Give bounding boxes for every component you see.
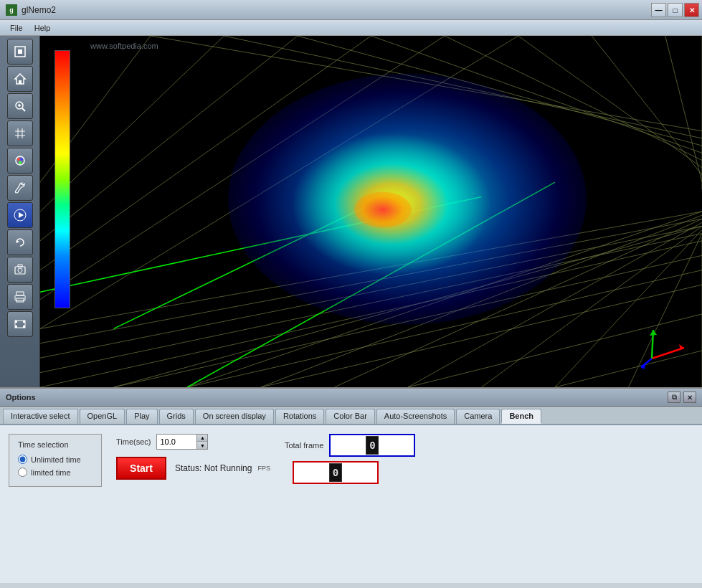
- bench-panel: Time selection Unlimited time limited ti…: [9, 434, 693, 487]
- svg-marker-21: [18, 265, 22, 267]
- viewport-color-bar: [54, 50, 70, 308]
- options-header: Options ⧉ ✕: [0, 389, 702, 407]
- svg-rect-27: [15, 326, 17, 328]
- options-panel: Options ⧉ ✕ Interactive select OpenGL Pl…: [0, 387, 702, 588]
- svg-line-55: [592, 36, 702, 175]
- close-button[interactable]: ✕: [684, 3, 699, 17]
- limited-label: limited time: [31, 468, 71, 477]
- viewport-container: www.softpedia.com: [0, 36, 702, 387]
- tab-bench[interactable]: Bench: [501, 409, 541, 424]
- time-selection-group: Time selection Unlimited time limited ti…: [9, 434, 102, 487]
- tab-grids[interactable]: Grids: [159, 409, 194, 424]
- time-spinners: ▲ ▼: [196, 435, 207, 449]
- svg-point-14: [20, 158, 23, 161]
- tab-auto-screenshots[interactable]: Auto-Screenshots: [376, 409, 455, 424]
- toolbar-print[interactable]: [7, 284, 33, 310]
- tab-play[interactable]: Play: [126, 409, 157, 424]
- fps-frame-counter: 0: [293, 461, 379, 484]
- tab-rotations[interactable]: Rotations: [275, 409, 324, 424]
- total-frame-label: Total frame: [285, 441, 323, 450]
- total-frame-display: 0: [366, 436, 379, 455]
- svg-marker-18: [16, 240, 19, 243]
- tab-camera[interactable]: Camera: [456, 409, 500, 424]
- limited-radio[interactable]: [18, 468, 27, 477]
- status-label: Status: Not Running: [175, 463, 252, 473]
- svg-line-5: [22, 108, 25, 111]
- window-controls: — □ ✕: [651, 3, 699, 17]
- fps-counter-row: 0: [285, 461, 415, 484]
- tabs-bar: Interactive select OpenGL Play Grids On …: [0, 407, 702, 425]
- toolbar-grid[interactable]: [7, 120, 33, 146]
- toolbar-film[interactable]: [7, 311, 33, 337]
- window-title: glNemo2: [22, 5, 56, 15]
- menu-file[interactable]: File: [4, 22, 29, 34]
- toolbar-wrench[interactable]: [7, 175, 33, 201]
- app-icon: g: [6, 4, 17, 16]
- svg-rect-28: [23, 321, 25, 323]
- toolbar-home[interactable]: [7, 66, 33, 92]
- minimize-button[interactable]: —: [651, 3, 666, 17]
- svg-rect-3: [19, 80, 22, 84]
- unlimited-radio[interactable]: [18, 455, 27, 464]
- toolbar-select[interactable]: [7, 39, 33, 65]
- svg-line-71: [641, 359, 652, 367]
- status-row: Status: Not Running FPS: [175, 463, 270, 473]
- status-group: Status: Not Running FPS: [175, 463, 270, 473]
- tab-on-screen-display[interactable]: On screen display: [195, 409, 274, 424]
- tab-interactive-select[interactable]: Interactive select: [3, 409, 78, 424]
- fps-frame-display: 0: [329, 463, 342, 482]
- fps-counter-label: [285, 468, 287, 477]
- toolbar-refresh[interactable]: [7, 229, 33, 255]
- svg-point-20: [18, 268, 22, 272]
- total-frame-row: Total frame 0: [285, 434, 415, 457]
- axes-indicator: [637, 323, 680, 366]
- start-button[interactable]: Start: [116, 457, 166, 480]
- svg-point-13: [17, 158, 20, 161]
- svg-marker-17: [19, 212, 24, 218]
- svg-point-15: [19, 161, 22, 164]
- svg-rect-22: [16, 292, 24, 295]
- viewport-3d[interactable]: www.softpedia.com: [40, 36, 702, 387]
- tab-color-bar[interactable]: Color Bar: [326, 409, 374, 424]
- options-title: Options: [6, 393, 36, 402]
- radio-unlimited: Unlimited time: [18, 455, 93, 464]
- time-sec-input[interactable]: [157, 435, 196, 449]
- svg-rect-26: [15, 321, 17, 323]
- time-sec-group: Time(sec) ▲ ▼ Start: [116, 434, 270, 480]
- radio-limited: limited time: [18, 468, 93, 477]
- title-bar: g glNemo2 — □ ✕: [0, 0, 702, 20]
- time-sec-label: Time(sec): [116, 437, 151, 446]
- bench-content: Time selection Unlimited time limited ti…: [0, 425, 702, 583]
- toolbar-zoom[interactable]: [7, 93, 33, 119]
- svg-rect-1: [18, 49, 22, 54]
- svg-line-67: [652, 348, 684, 359]
- time-selection-title: Time selection: [18, 440, 93, 449]
- tab-opengl[interactable]: OpenGL: [80, 409, 125, 424]
- time-spin-up[interactable]: ▲: [197, 435, 207, 442]
- unlimited-label: Unlimited time: [31, 455, 81, 464]
- toolbar-camera-snap[interactable]: [7, 257, 33, 283]
- fps-digit-0: 0: [329, 463, 342, 482]
- menu-help[interactable]: Help: [29, 22, 57, 34]
- toolbar-palette[interactable]: [7, 148, 33, 174]
- options-header-controls: ⧉ ✕: [668, 392, 696, 403]
- frame-counters-section: Total frame 0 0: [285, 434, 415, 484]
- time-spin-down[interactable]: ▼: [197, 442, 207, 449]
- time-input-container: ▲ ▼: [156, 434, 208, 450]
- svg-line-56: [665, 36, 702, 182]
- menu-bar: File Help: [0, 20, 702, 36]
- options-restore-btn[interactable]: ⧉: [668, 392, 680, 403]
- toolbar-play[interactable]: [7, 202, 33, 228]
- digit-0: 0: [366, 436, 379, 455]
- main-window: www.softpedia.com: [0, 36, 702, 588]
- svg-rect-29: [23, 326, 25, 328]
- glow-effect-core: [354, 192, 412, 228]
- maximize-button[interactable]: □: [668, 3, 683, 17]
- options-close-btn[interactable]: ✕: [683, 392, 696, 403]
- time-sec-row: Time(sec) ▲ ▼: [116, 434, 270, 450]
- svg-marker-70: [650, 330, 657, 336]
- left-toolbar: [0, 36, 40, 387]
- fps-label: FPS: [257, 465, 270, 472]
- total-frame-counter: 0: [329, 434, 415, 457]
